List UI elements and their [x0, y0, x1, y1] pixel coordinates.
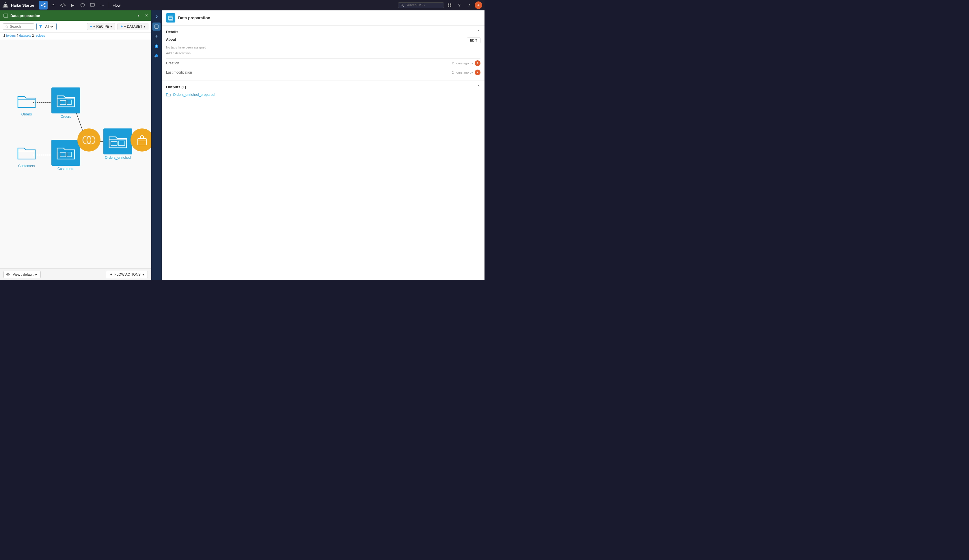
nav-code-btn[interactable]: </> [58, 1, 67, 10]
svg-line-19 [7, 27, 8, 28]
topbar-right-icons: ? ↗ A [445, 1, 482, 10]
orders-outline-label: Orders [22, 112, 32, 116]
flow-actions-icon: ✦ [110, 273, 113, 276]
creation-label: Creation [166, 61, 179, 65]
lp-close-btn[interactable]: × [145, 13, 148, 18]
svg-point-46 [8, 274, 9, 275]
sidebar-plus-btn[interactable]: + [152, 32, 160, 40]
details-section-title: Details [166, 30, 178, 34]
filter-icon [39, 25, 42, 28]
svg-point-4 [44, 6, 45, 8]
view-select-wrap: View : default [3, 271, 41, 278]
svg-rect-41 [138, 138, 147, 145]
outputs-section-header: Outputs (1) ⌃ [166, 84, 480, 90]
customers-outline-node[interactable]: Customers [15, 143, 38, 168]
analytics-btn[interactable]: ↗ [465, 1, 473, 10]
svg-marker-1 [4, 4, 7, 7]
svg-rect-47 [155, 25, 158, 28]
left-panel: Data preparation ▾ × All + + RECIPE ▾ [0, 10, 151, 280]
summary-folders-count: 2 [3, 34, 5, 37]
flow-canvas-area: Orders Orders [0, 40, 151, 280]
nav-more-btn[interactable]: ··· [98, 1, 107, 10]
add-desc-text: Add a description [166, 52, 480, 55]
outputs-toggle-btn[interactable]: ⌃ [477, 84, 480, 90]
last-mod-label: Last modification [166, 70, 192, 75]
view-select[interactable]: View : default [12, 272, 38, 277]
last-mod-avatar: A [475, 70, 480, 75]
sidebar-chat-btn[interactable] [152, 52, 160, 60]
prepare-recipe-node[interactable] [130, 128, 151, 151]
lp-filter: All [37, 23, 57, 30]
nav-separator [109, 2, 109, 8]
filter-select[interactable]: All [44, 24, 54, 29]
sidebar-arrow-btn[interactable] [152, 13, 160, 21]
svg-rect-14 [448, 5, 449, 7]
orders-enriched-node[interactable]: Orders_enriched [103, 128, 132, 160]
outputs-section: Outputs (1) ⌃ Orders_enriched_prepared [162, 81, 484, 100]
svg-point-2 [41, 5, 42, 6]
svg-rect-36 [67, 152, 72, 157]
summary-recipes-link[interactable]: recipes [35, 34, 45, 37]
svg-rect-34 [67, 100, 72, 105]
orders-filled-node[interactable]: Orders [52, 88, 80, 119]
last-mod-value: 2 hours ago by A [452, 70, 480, 75]
dp-header-icon [166, 13, 175, 23]
svg-point-3 [44, 3, 45, 5]
nav-run-btn[interactable]: ▶ [68, 1, 77, 10]
outputs-section-title: Outputs (1) [166, 85, 186, 89]
nav-db-btn[interactable] [78, 1, 87, 10]
join-recipe-node[interactable] [77, 128, 100, 151]
lp-header: Data preparation ▾ × [0, 10, 151, 21]
topbar: Haiku Starter ↺ </> ▶ ··· Flow ? ↗ A [0, 0, 484, 10]
help-btn[interactable]: ? [455, 1, 464, 10]
details-section-header: Details ⌃ [166, 29, 480, 35]
lp-search-input[interactable] [10, 25, 31, 28]
nav-refresh-btn[interactable]: ↺ [49, 1, 57, 10]
last-mod-time: 2 hours ago by [452, 71, 473, 74]
svg-point-10 [401, 4, 403, 6]
svg-rect-35 [60, 153, 66, 157]
customers-outline-label: Customers [18, 164, 35, 168]
customers-filled-node[interactable]: Customers [52, 140, 80, 171]
sidebar-info-btn[interactable]: i [152, 42, 160, 50]
edit-btn[interactable]: EDIT [467, 38, 480, 43]
svg-rect-40 [118, 141, 125, 146]
svg-point-18 [6, 26, 7, 27]
grid-btn[interactable] [445, 1, 454, 10]
app-logo [2, 2, 9, 8]
output-item[interactable]: Orders_enriched_prepared [166, 93, 480, 97]
details-toggle-btn[interactable]: ⌃ [477, 29, 480, 35]
sidebar-panel-btn[interactable] [152, 23, 160, 31]
details-section: Details ⌃ About EDIT No tags have been a… [162, 26, 484, 81]
lp-title: Data preparation [10, 13, 135, 18]
svg-rect-12 [448, 3, 449, 5]
eye-icon [6, 273, 10, 276]
summary-datasets-link[interactable]: datasets [19, 34, 32, 37]
flow-label: Flow [113, 3, 120, 8]
lp-dropdown-arrow[interactable]: ▾ [138, 14, 140, 18]
svg-text:i: i [156, 45, 157, 48]
flow-actions-btn[interactable]: ✦ FLOW ACTIONS ▾ [106, 271, 148, 278]
bottom-bar: View : default ✦ FLOW ACTIONS ▾ [0, 268, 151, 280]
search-input[interactable] [406, 3, 438, 7]
svg-rect-8 [90, 3, 95, 7]
last-mod-row: Last modification 2 hours ago by A [166, 68, 480, 77]
svg-point-52 [155, 56, 156, 57]
search-icon [400, 3, 404, 7]
svg-line-5 [42, 4, 44, 5]
customers-filled-label: Customers [57, 167, 74, 171]
recipe-btn[interactable]: + + RECIPE ▾ [87, 23, 115, 30]
orders-filled-label: Orders [61, 115, 71, 119]
orders-outline-node[interactable]: Orders [15, 91, 38, 116]
summary-datasets-count: 4 [17, 34, 18, 37]
creation-row: Creation 2 hours ago by A [166, 58, 480, 68]
user-avatar[interactable]: A [475, 2, 482, 9]
summary-folders-link[interactable]: folders [6, 34, 17, 37]
svg-rect-15 [450, 5, 451, 7]
dataset-btn[interactable]: + + DATASET ▾ [118, 23, 148, 30]
flow-actions-label: FLOW ACTIONS [114, 273, 141, 276]
nav-flow-btn[interactable] [39, 1, 48, 10]
orders-enriched-label: Orders_enriched [105, 156, 130, 160]
summary-recipes-count: 2 [32, 34, 34, 37]
nav-monitor-btn[interactable] [88, 1, 97, 10]
